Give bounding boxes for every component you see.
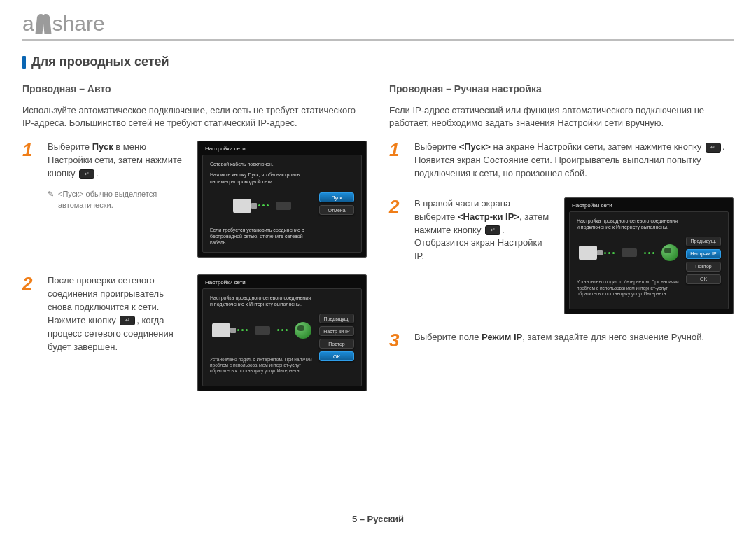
right-subhead: Проводная – Ручная настройка	[389, 83, 734, 94]
screenshot-body: Настройка проводного сетевого соединения…	[569, 211, 729, 309]
sc-desc-1: Сетевой кабель подключен.	[210, 161, 314, 167]
step-text: В правой части экрана выберите <Настр-ки…	[414, 197, 553, 314]
sc-btn-ok[interactable]: OK	[686, 274, 721, 284]
logo-post: share	[52, 12, 105, 36]
dots-icon	[604, 252, 615, 254]
sc-desc-2: Нажмите кнопку Пуск, чтобы настроить пар…	[210, 171, 314, 184]
screenshot-left: Настройка проводного сетевого соединения…	[210, 295, 314, 380]
note-icon: ✎	[48, 189, 54, 211]
sc-desc-1: Настройка проводного сетевого соединения…	[577, 218, 680, 230]
plug-icon	[233, 199, 251, 213]
screenshot-title: Настройки сети	[198, 275, 366, 288]
page: a share Для проводных сетей Проводная – …	[0, 0, 756, 534]
step-body: Выберите Пуск в меню Настройки сети, зат…	[48, 141, 367, 258]
step-text: Выберите поле Режим IP, затем задайте дл…	[414, 331, 734, 349]
screenshot-body: Сетевой кабель подключен. Нажмите кнопку…	[202, 155, 362, 253]
sc-buttons: Предыдущ. Настр-ки IP Повтор OK	[686, 218, 721, 303]
section-heading: Для проводных сетей	[22, 55, 734, 69]
globe-icon	[662, 244, 678, 261]
sc-btn-ipsettings[interactable]: Настр-ки IP	[319, 326, 354, 336]
logo-pre: a	[22, 12, 34, 36]
step-number: 1	[22, 141, 38, 258]
right-step-2: 2 В правой части экрана выберите <Настр-…	[389, 197, 734, 314]
sc-btn-ipsettings[interactable]: Настр-ки IP	[686, 249, 721, 259]
screenshot-manual-1: Настройки сети Настройка проводного сете…	[564, 197, 734, 314]
dots-icon	[237, 329, 248, 331]
sc-desc-2: Установлено подкл. с Интернетом. При нал…	[577, 279, 680, 297]
logo-mark-icon	[36, 14, 50, 34]
sc-desc-1: Настройка проводного сетевого соединения…	[210, 295, 314, 307]
column-right: Проводная – Ручная настройка Если IP-адр…	[389, 83, 734, 408]
step-text: Выберите Пуск в меню Настройки сети, зат…	[48, 141, 186, 258]
sc-desc-2: Установлено подкл. с Интернетом. При нал…	[210, 357, 314, 374]
screenshot-left: Настройка проводного сетевого соединения…	[577, 218, 680, 303]
dots-icon	[644, 252, 654, 254]
right-step-1: 1 Выберите <Пуск> на экране Настройки се…	[389, 141, 734, 181]
plug-icon	[579, 246, 597, 260]
screenshot-title: Настройки сети	[198, 141, 366, 155]
remote-icon: ↵	[120, 316, 135, 325]
sc-buttons: Пуск Отмена	[319, 161, 354, 246]
step-body: После проверки сетевого соединения проиг…	[48, 274, 367, 391]
left-subhead: Проводная – Авто	[22, 83, 367, 94]
note: ✎ <Пуск> обычно выделяется автоматически…	[48, 189, 186, 211]
router-icon	[276, 202, 291, 210]
step-number: 2	[22, 274, 38, 391]
step-number: 3	[389, 331, 405, 349]
screenshot-body: Настройка проводного сетевого соединения…	[202, 288, 362, 386]
column-left: Проводная – Авто Используйте автоматичес…	[22, 83, 367, 408]
section-title: Для проводных сетей	[31, 55, 169, 69]
plug-icon	[212, 323, 230, 337]
remote-icon: ↵	[485, 225, 500, 235]
sc-btn-prev[interactable]: Предыдущ.	[686, 237, 721, 246]
right-step-3: 3 Выберите поле Режим IP, затем задайте …	[389, 331, 734, 349]
dots-icon	[277, 329, 288, 331]
screenshot-auto-1: Настройки сети Сетевой кабель подключен.…	[197, 141, 367, 258]
step-number: 2	[389, 197, 405, 314]
left-step-2: 2 После проверки сетевого соединения про…	[22, 274, 367, 391]
logo: a share	[22, 10, 734, 38]
heading-bar-icon	[22, 56, 26, 69]
globe-icon	[295, 322, 312, 339]
sc-buttons: Предыдущ. Настр-ки IP Повтор OK	[319, 295, 354, 380]
sc-btn-retry[interactable]: Повтор	[319, 339, 354, 349]
sc-btn-start[interactable]: Пуск	[319, 192, 354, 202]
router-icon	[255, 326, 270, 335]
left-step-1: 1 Выберите Пуск в меню Настройки сети, з…	[22, 141, 367, 258]
sc-btn-ok[interactable]: OK	[319, 351, 354, 361]
screenshot-title: Настройки сети	[565, 198, 733, 211]
sc-diagram	[210, 312, 314, 349]
page-footer: 5 – Русский	[0, 514, 756, 524]
divider	[22, 39, 734, 41]
remote-icon: ↵	[79, 169, 94, 179]
sc-btn-retry[interactable]: Повтор	[686, 262, 721, 272]
sc-desc-3: Если требуется установить соединение с б…	[210, 227, 314, 246]
sc-diagram	[210, 189, 314, 223]
right-intro: Если IP-адрес статический или функция ав…	[389, 104, 734, 129]
step-text: После проверки сетевого соединения проиг…	[48, 274, 186, 391]
sc-btn-cancel[interactable]: Отмена	[319, 205, 354, 215]
remote-icon: ↵	[706, 143, 721, 153]
screenshot-left: Сетевой кабель подключен. Нажмите кнопку…	[210, 161, 314, 246]
step-body: В правой части экрана выберите <Настр-ки…	[414, 197, 734, 314]
sc-diagram	[577, 234, 680, 271]
two-columns: Проводная – Авто Используйте автоматичес…	[22, 83, 734, 408]
screenshot-auto-2: Настройки сети Настройка проводного сете…	[197, 274, 367, 391]
sc-btn-prev[interactable]: Предыдущ.	[319, 314, 354, 323]
dots-icon	[258, 204, 269, 206]
left-intro: Используйте автоматическое подключение, …	[22, 104, 367, 129]
step-number: 1	[389, 141, 405, 181]
router-icon	[622, 248, 637, 257]
step-text: Выберите <Пуск> на экране Настройки сети…	[414, 141, 734, 181]
